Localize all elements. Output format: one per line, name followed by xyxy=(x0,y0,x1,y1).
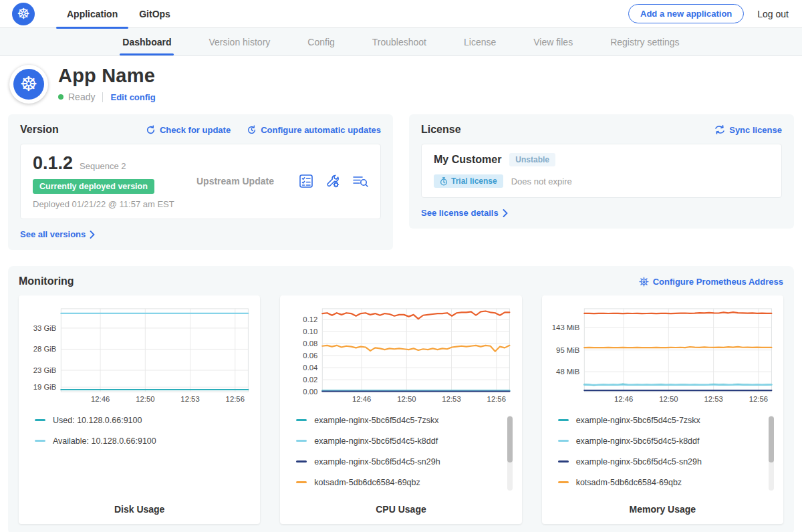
memory-usage-chart-title: Memory Usage xyxy=(550,497,775,515)
app-title-block: App Name Ready Edit config xyxy=(58,65,156,102)
current-version-box: 0.1.2 Sequence 2 Currently deployed vers… xyxy=(20,144,381,219)
svg-text:95 MiB: 95 MiB xyxy=(556,346,579,354)
subnav-dashboard[interactable]: Dashboard xyxy=(120,28,174,55)
legend-label: example-nginx-5bc6f5d4c5-7zskx xyxy=(576,416,700,425)
subnav-view-files[interactable]: View files xyxy=(531,28,575,55)
see-all-versions-label: See all versions xyxy=(20,229,86,239)
legend-scrollbar[interactable] xyxy=(769,416,774,491)
legend-dash-icon xyxy=(558,440,569,442)
license-card-title: License xyxy=(421,124,461,136)
status-dot xyxy=(58,94,63,100)
subnav-config[interactable]: Config xyxy=(305,28,337,55)
kubernetes-app-icon: ☸ xyxy=(13,69,44,100)
svg-text:12:56: 12:56 xyxy=(487,395,506,403)
cpu-usage-legend: example-nginx-5bc6f5d4c5-7zskxexample-ng… xyxy=(288,416,513,497)
scheduled-update-icon xyxy=(247,125,257,135)
svg-text:12:56: 12:56 xyxy=(749,395,767,403)
legend-dash-icon xyxy=(558,419,569,421)
monitoring-header: Monitoring Configure Prometheus Address xyxy=(19,275,783,287)
deploy-logs-icon[interactable] xyxy=(352,174,368,188)
gear-icon xyxy=(639,277,649,287)
version-action-icons xyxy=(299,174,368,188)
legend-item: kotsadm-5db6dc6584-69qbz xyxy=(558,478,765,487)
memory-usage-chart-canvas: 12:4612:5012:5312:5648 MiB95 MiB143 MiB xyxy=(550,303,775,408)
legend-item: example-nginx-5bc6f5d4c5-7zskx xyxy=(296,416,503,425)
legend-label: example-nginx-5bc6f5d4c5-7zskx xyxy=(314,416,438,425)
app-header: ☸ App Name Ready Edit config xyxy=(0,56,802,114)
subnav-registry-settings[interactable]: Registry settings xyxy=(608,28,682,55)
license-type-row: Trial license Does not expire xyxy=(434,174,769,188)
svg-text:0.08: 0.08 xyxy=(303,340,318,348)
legend-item: example-nginx-5bc6f5d4c5-sn29h xyxy=(296,457,503,467)
subnav-version-history[interactable]: Version history xyxy=(206,28,273,55)
svg-text:33 GiB: 33 GiB xyxy=(33,324,57,332)
svg-text:0.00: 0.00 xyxy=(303,388,318,396)
legend-scrollbar[interactable] xyxy=(507,416,513,491)
tab-application[interactable]: Application xyxy=(56,0,128,28)
check-for-update-label: Check for update xyxy=(160,125,231,135)
svg-text:0.12: 0.12 xyxy=(303,315,318,323)
svg-text:12:56: 12:56 xyxy=(226,395,245,403)
subnav-version-history-label: Version history xyxy=(209,37,270,47)
legend-dash-icon xyxy=(558,460,569,462)
configure-prometheus-label: Configure Prometheus Address xyxy=(653,277,783,287)
logout-link[interactable]: Log out xyxy=(757,9,789,19)
see-all-versions-link[interactable]: See all versions xyxy=(20,229,95,239)
svg-text:19 GiB: 19 GiB xyxy=(33,383,57,391)
legend-dash-icon xyxy=(296,481,307,483)
see-license-details-link[interactable]: See license details xyxy=(421,208,508,218)
check-for-update-link[interactable]: Check for update xyxy=(146,125,231,135)
refresh-icon xyxy=(146,125,156,135)
subnav-troubleshoot-label: Troubleshoot xyxy=(372,37,426,47)
version-sequence: Sequence 2 xyxy=(80,161,126,171)
subnav-dashboard-label: Dashboard xyxy=(122,37,171,47)
legend-label: kotsadm-5db6dc6584-69qbz xyxy=(314,478,420,487)
preflight-checks-icon[interactable] xyxy=(299,174,313,188)
memory-usage-legend: example-nginx-5bc6f5d4c5-7zskxexample-ng… xyxy=(550,416,775,497)
svg-text:0.02: 0.02 xyxy=(303,376,318,384)
see-license-details-label: See license details xyxy=(421,208,499,218)
disk-usage-chart-title: Disk Usage xyxy=(27,497,252,515)
svg-text:48 MiB: 48 MiB xyxy=(556,368,579,376)
edit-config-link[interactable]: Edit config xyxy=(110,92,155,102)
expiry-text: Does not expire xyxy=(511,176,572,186)
tab-gitops-label: GitOps xyxy=(139,9,170,19)
chevron-right-icon xyxy=(503,209,508,217)
license-card-header: License Sync license xyxy=(421,124,782,136)
cpu-usage-chart-card: 12:4612:5012:5312:560.000.020.040.060.08… xyxy=(280,295,521,524)
charts-grid: 12:4612:5012:5312:5619 GiB23 GiB28 GiB33… xyxy=(19,295,783,524)
app-sub-nav: Dashboard Version history Config Trouble… xyxy=(0,28,802,56)
configure-automatic-updates-link[interactable]: Configure automatic updates xyxy=(247,125,381,135)
tab-gitops[interactable]: GitOps xyxy=(128,0,181,28)
page-title: App Name xyxy=(58,65,156,87)
add-application-button[interactable]: Add a new application xyxy=(628,4,744,23)
svg-text:12:53: 12:53 xyxy=(180,395,199,403)
divider xyxy=(102,92,103,102)
version-card-actions: Check for update Configure automatic upd… xyxy=(146,125,381,135)
subnav-view-files-label: View files xyxy=(533,37,573,47)
legend-item: example-nginx-5bc6f5d4c5-k8ddf xyxy=(558,436,765,446)
tab-application-label: Application xyxy=(67,9,118,19)
sync-arrows-icon xyxy=(714,125,725,134)
customer-name: My Customer xyxy=(434,154,501,166)
helm-wheel-glyph: ☸ xyxy=(17,7,30,21)
config-wrench-icon[interactable] xyxy=(325,174,340,188)
version-card-footer: See all versions xyxy=(20,228,381,240)
legend-item: example-nginx-5bc6f5d4c5-sn29h xyxy=(558,457,765,467)
cpu-usage-chart-canvas: 12:4612:5012:5312:560.000.020.040.060.08… xyxy=(288,303,513,408)
legend-scrollbar-thumb[interactable] xyxy=(507,416,513,462)
status-text: Ready xyxy=(68,92,95,102)
subnav-license-label: License xyxy=(464,37,496,47)
svg-text:28 GiB: 28 GiB xyxy=(33,345,57,353)
legend-dash-icon xyxy=(296,419,307,421)
license-customer-row: My Customer Unstable xyxy=(434,153,769,166)
svg-text:12:50: 12:50 xyxy=(397,395,416,403)
subnav-troubleshoot[interactable]: Troubleshoot xyxy=(370,28,429,55)
memory-usage-chart-card: 12:4612:5012:5312:5648 MiB95 MiB143 MiB … xyxy=(542,295,783,524)
svg-text:12:46: 12:46 xyxy=(352,395,371,403)
sync-license-link[interactable]: Sync license xyxy=(714,125,782,135)
disk-usage-chart-card: 12:4612:5012:5312:5619 GiB23 GiB28 GiB33… xyxy=(19,295,260,524)
legend-scrollbar-thumb[interactable] xyxy=(769,416,774,462)
configure-prometheus-link[interactable]: Configure Prometheus Address xyxy=(639,277,783,287)
subnav-license[interactable]: License xyxy=(461,28,499,55)
